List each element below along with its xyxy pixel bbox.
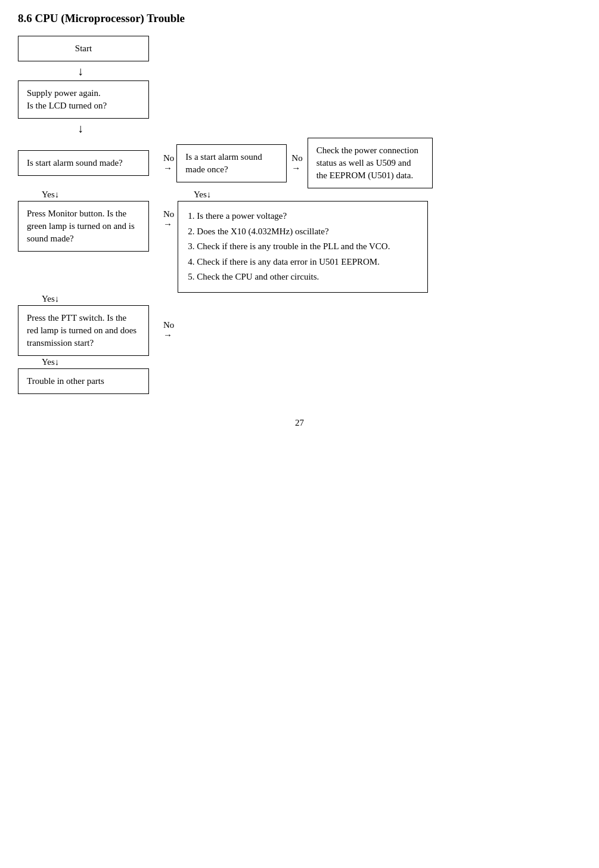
checklist-item-2: 2. Does the X10 (4.032MHz) oscillate? [188, 224, 418, 240]
no-label-3: No→ [163, 209, 174, 230]
no-label-2: No→ [291, 153, 302, 173]
page-title: 8.6 CPU (Microprocessor) Trouble [18, 12, 581, 25]
arrow-down-1: ↓ [18, 63, 590, 79]
yes-label-3: Yes↓ [18, 294, 590, 304]
trouble-box: Trouble in other parts [18, 368, 149, 394]
checklist-item-5: 5. Check the CPU and other circuits. [188, 269, 418, 285]
alarm2-box: Is a start alarm sound made once? [176, 144, 287, 182]
arrow-down-2: ↓ [18, 120, 590, 137]
no-label-1: No→ [163, 153, 174, 173]
checklist-item-1: 1. Is there a power voltage? [188, 209, 418, 224]
start-box: Start [18, 36, 149, 61]
checklist-box: 1. Is there a power voltage? 2. Does the… [178, 201, 428, 293]
checklist-item-3: 3. Check if there is any trouble in the … [188, 239, 418, 255]
checklist-item-4: 4. Check if there is any data error in U… [188, 255, 418, 270]
alarm1-box: Is start alarm sound made? [18, 150, 149, 176]
no-label-4: No→ [163, 320, 174, 340]
ptt-box: Press the PTT switch. Is the red lamp is… [18, 305, 149, 356]
yes-label-1: Yes↓ [18, 190, 161, 200]
monitor-box: Press Monitor button. Is the green lamp … [18, 201, 149, 252]
flowchart: Start ↓ Supply power again. Is the LCD t… [18, 36, 590, 394]
page-number: 27 [18, 418, 581, 428]
yes-label-2: Yes↓ [194, 190, 298, 200]
supply-box: Supply power again. Is the LCD turned on… [18, 80, 149, 119]
power-check-box: Check the power connection status as wel… [308, 138, 433, 188]
yes-label-4: Yes↓ [18, 357, 590, 367]
